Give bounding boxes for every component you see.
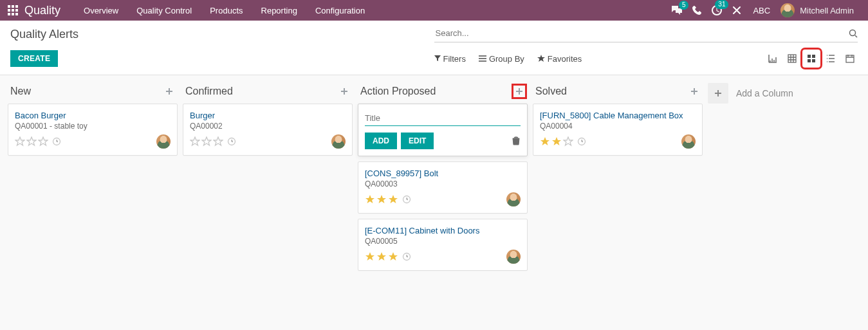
svg-rect-14 <box>808 59 811 62</box>
discuss-badge: 5 <box>679 1 689 10</box>
list-view-button[interactable] <box>823 51 838 66</box>
clock-icon[interactable] <box>402 252 411 261</box>
card-avatar-icon[interactable] <box>681 134 696 149</box>
filters-button[interactable]: Filters <box>434 54 466 64</box>
kanban-column-solved: Solved [FURN_5800] Cable Management Box … <box>530 83 705 161</box>
star-icon[interactable] <box>563 136 573 147</box>
kanban-column-action-proposed: Action Proposed ADD EDIT [CONS_89957] Bo… <box>355 83 530 276</box>
clock-icon[interactable] <box>227 137 236 146</box>
quick-create-title-input[interactable] <box>365 111 521 125</box>
star-icon[interactable] <box>388 194 398 205</box>
svg-rect-13 <box>812 55 815 58</box>
svg-rect-16 <box>846 55 854 62</box>
column-title[interactable]: Solved <box>535 86 567 97</box>
trash-icon[interactable] <box>512 136 521 145</box>
star-icon[interactable] <box>38 136 48 147</box>
card-title[interactable]: [E-COM11] Cabinet with Doors <box>365 226 521 235</box>
graph-view-button[interactable] <box>765 51 780 66</box>
star-icon[interactable] <box>551 136 562 147</box>
column-title[interactable]: Confirmed <box>185 86 233 97</box>
clock-icon[interactable] <box>577 137 586 146</box>
favorites-button[interactable]: Favorites <box>537 54 582 64</box>
groupby-button[interactable]: Group By <box>479 54 524 64</box>
card-subtitle: QA00003 <box>365 179 521 188</box>
kanban-card[interactable]: [CONS_89957] Bolt QA00003 <box>358 161 528 214</box>
star-icon[interactable] <box>213 136 223 147</box>
star-icon[interactable] <box>365 252 375 262</box>
plus-icon[interactable] <box>338 86 350 97</box>
username-label: Mitchell Admin <box>800 6 854 15</box>
svg-rect-7 <box>12 13 14 15</box>
quick-create-edit-button[interactable]: EDIT <box>401 133 434 149</box>
breadcrumb: Quality Alerts <box>10 28 434 41</box>
pivot-view-button[interactable] <box>784 51 800 66</box>
add-column[interactable]: Add a Column <box>705 83 834 104</box>
plus-icon[interactable] <box>708 83 728 104</box>
column-title[interactable]: Action Proposed <box>360 86 436 97</box>
kanban-column-confirmed: Confirmed Burger QA00002 <box>180 83 355 161</box>
nav-overview[interactable]: Overview <box>75 0 127 21</box>
plus-icon[interactable] <box>513 86 525 97</box>
create-button[interactable]: CREATE <box>10 50 58 67</box>
clock-icon[interactable] <box>52 137 61 146</box>
nav-reporting[interactable]: Reporting <box>252 0 306 21</box>
app-title[interactable]: Quality <box>24 4 60 17</box>
kanban-card[interactable]: [E-COM11] Cabinet with Doors QA00005 <box>358 219 528 271</box>
plus-icon[interactable] <box>688 86 700 97</box>
apps-menu-icon[interactable] <box>6 4 19 17</box>
svg-rect-4 <box>12 9 14 12</box>
clock-icon[interactable] <box>402 195 411 204</box>
star-icon[interactable] <box>15 136 25 147</box>
discuss-icon[interactable]: 5 <box>672 6 682 15</box>
priority-stars[interactable] <box>365 194 411 205</box>
user-menu[interactable]: Mitchell Admin <box>780 3 856 17</box>
svg-line-10 <box>855 35 857 37</box>
priority-stars[interactable] <box>15 136 61 147</box>
card-title[interactable]: [CONS_89957] Bolt <box>365 169 521 178</box>
kanban-column-new: New Bacon Burger QA00001 - stable toy <box>5 83 180 161</box>
card-title[interactable]: Bacon Burger <box>15 111 171 120</box>
column-title[interactable]: New <box>10 86 31 97</box>
star-icon[interactable] <box>540 136 550 147</box>
plus-icon[interactable] <box>163 86 175 97</box>
card-avatar-icon[interactable] <box>506 250 521 264</box>
search-area[interactable] <box>434 26 858 42</box>
calendar-view-button[interactable] <box>842 51 858 66</box>
star-icon[interactable] <box>190 136 200 147</box>
card-title[interactable]: [FURN_5800] Cable Management Box <box>540 111 696 120</box>
control-panel: Quality Alerts CREATE Filters Group By F… <box>0 21 868 75</box>
nav-products[interactable]: Products <box>201 0 252 21</box>
filters-label: Filters <box>443 54 466 64</box>
card-avatar-icon[interactable] <box>156 134 171 149</box>
kanban-card[interactable]: Bacon Burger QA00001 - stable toy <box>8 104 178 156</box>
priority-stars[interactable] <box>540 136 586 147</box>
kanban-card[interactable]: Burger QA00002 <box>183 104 353 156</box>
add-column-label: Add a Column <box>736 88 793 98</box>
svg-rect-11 <box>788 55 796 62</box>
groupby-label: Group By <box>489 54 524 64</box>
star-icon[interactable] <box>26 136 37 147</box>
nav-configuration[interactable]: Configuration <box>306 0 374 21</box>
search-input[interactable] <box>434 26 849 41</box>
star-icon[interactable] <box>376 194 387 205</box>
company-switcher[interactable]: ABC <box>746 0 777 21</box>
kanban-view-button[interactable] <box>804 51 819 66</box>
quick-create-add-button[interactable]: ADD <box>365 133 397 149</box>
kanban-card[interactable]: [FURN_5800] Cable Management Box QA00004 <box>533 104 703 156</box>
star-icon <box>537 55 545 62</box>
search-icon[interactable] <box>849 29 858 38</box>
star-icon[interactable] <box>201 136 212 147</box>
priority-stars[interactable] <box>190 136 236 147</box>
card-avatar-icon[interactable] <box>506 192 521 206</box>
star-icon[interactable] <box>388 252 398 262</box>
card-avatar-icon[interactable] <box>331 134 346 149</box>
activities-icon[interactable]: 31 <box>712 5 722 15</box>
phone-icon[interactable] <box>692 6 701 15</box>
priority-stars[interactable] <box>365 252 411 262</box>
nav-quality-control[interactable]: Quality Control <box>127 0 201 21</box>
groupby-icon <box>479 55 486 62</box>
star-icon[interactable] <box>376 252 387 262</box>
star-icon[interactable] <box>365 194 375 205</box>
card-title[interactable]: Burger <box>190 111 346 120</box>
debug-icon[interactable] <box>732 6 741 15</box>
